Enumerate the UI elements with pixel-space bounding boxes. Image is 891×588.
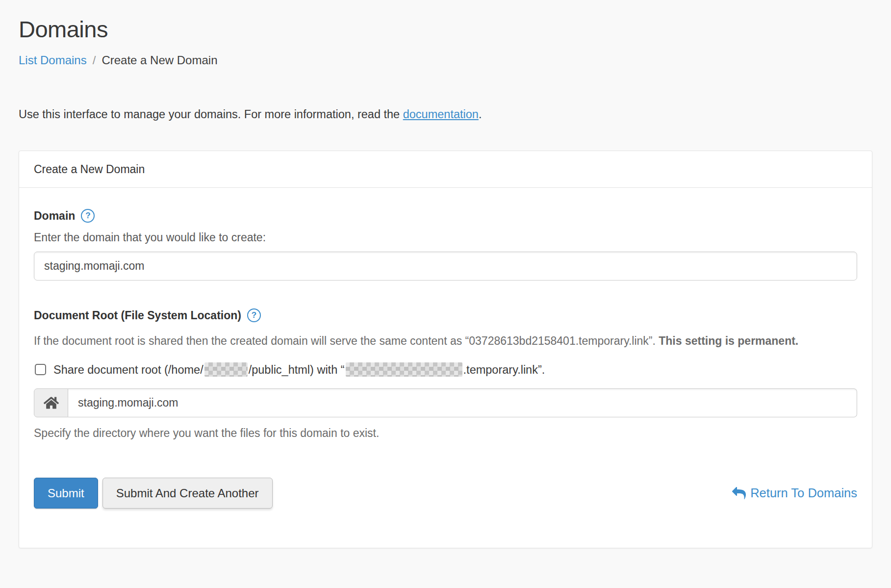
intro-text: Use this interface to manage your domain… (19, 106, 872, 123)
create-domain-panel: Create a New Domain Domain ? Enter the d… (19, 151, 872, 548)
documentation-link[interactable]: documentation (403, 108, 479, 121)
docroot-section: Document Root (File System Location) ? I… (34, 308, 857, 441)
docroot-label-row: Document Root (File System Location) ? (34, 308, 857, 323)
breadcrumb-link-list-domains[interactable]: List Domains (19, 53, 87, 67)
submit-button[interactable]: Submit (34, 478, 98, 509)
domain-label: Domain (34, 208, 75, 223)
return-arrow-icon (732, 486, 746, 500)
docroot-input-group (34, 388, 857, 417)
page-title: Domains (19, 15, 872, 44)
breadcrumb-current: Create a New Domain (102, 53, 217, 67)
breadcrumb: List Domains/Create a New Domain (19, 51, 872, 69)
docroot-label: Document Root (File System Location) (34, 308, 241, 323)
panel-header: Create a New Domain (19, 151, 872, 188)
actions-row: Submit Submit And Create Another Return … (34, 478, 857, 509)
share-docroot-row: Share document root (/home//public_html)… (34, 362, 857, 377)
intro-text-before: Use this interface to manage your domain… (19, 108, 403, 121)
share-docroot-label: Share document root (/home//public_html)… (53, 362, 545, 377)
domain-description: Enter the domain that you would like to … (34, 230, 857, 246)
share-docroot-checkbox[interactable] (35, 364, 46, 375)
share-label-middle: /public_html) with “ (249, 363, 345, 376)
return-to-domains-link[interactable]: Return To Domains (732, 486, 857, 500)
redacted-temporary-domain (346, 362, 462, 377)
share-label-prefix: Share document root (/home/ (53, 363, 204, 376)
domain-label-row: Domain ? (34, 208, 857, 223)
docroot-description-text: If the document root is shared then the … (34, 334, 659, 347)
docroot-help-icon[interactable]: ? (247, 308, 261, 322)
return-link-label: Return To Domains (750, 486, 857, 500)
page: Domains List Domains/Create a New Domain… (0, 0, 891, 548)
domain-help-icon[interactable]: ? (81, 209, 95, 223)
domain-section: Domain ? Enter the domain that you would… (34, 208, 857, 281)
domain-input-wrap (34, 252, 857, 281)
share-label-suffix: .temporary.link”. (463, 363, 545, 376)
breadcrumb-separator: / (87, 53, 102, 67)
docroot-description-bold: This setting is permanent. (659, 334, 798, 347)
docroot-input-help: Specify the directory where you want the… (34, 425, 857, 441)
docroot-input[interactable] (68, 388, 857, 417)
redacted-username (204, 362, 248, 377)
panel-body: Domain ? Enter the domain that you would… (19, 188, 872, 548)
docroot-description: If the document root is shared then the … (34, 332, 857, 350)
intro-text-after: . (479, 108, 482, 121)
domain-input[interactable] (34, 252, 857, 281)
home-icon (34, 388, 68, 417)
submit-and-create-another-button[interactable]: Submit And Create Another (102, 478, 273, 509)
